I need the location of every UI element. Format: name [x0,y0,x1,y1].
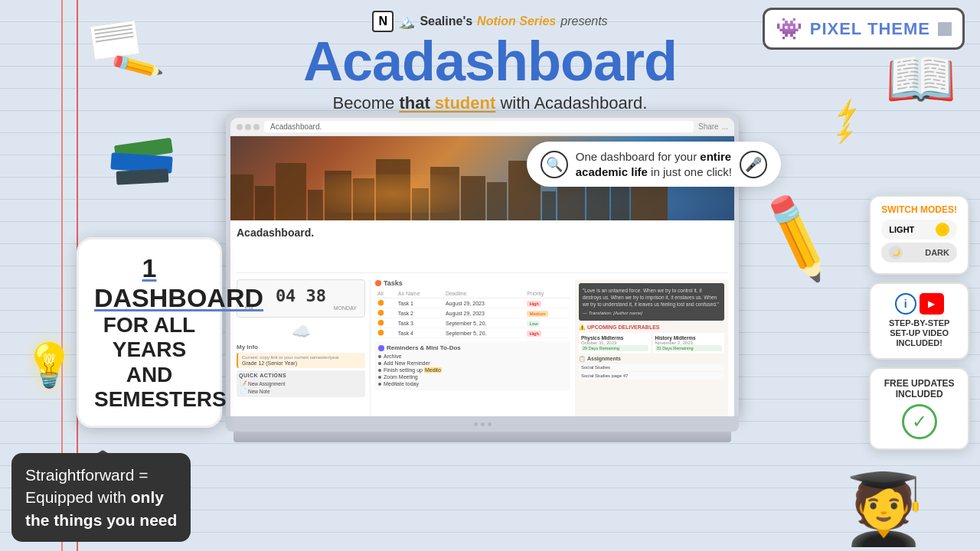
free-updates-title: FREE UPDATESINCLUDED [880,378,959,400]
quick-actions-header: QUICK ACTIONS [239,373,363,378]
youtube-icon[interactable]: ▶ [920,293,944,315]
free-updates-badge: FREE UPDATESINCLUDED ✓ [869,367,969,451]
bullet-icon [378,383,381,386]
setup-title: STEP-BY-STEPSET-UP VIDEOINCLUDED! [880,318,959,349]
assignment-1: Social Studies [579,364,724,371]
quote-text: "Love is an untamed force. When we try t… [583,287,720,308]
straightforward-line2: Equipped with only [25,488,164,506]
task-table: All As Name Deadline Priority 🟠 Task 1 [375,289,570,338]
notion-icon-letter: N [379,15,388,28]
presents-label: presents [560,15,607,28]
laptop-bottom [226,416,739,432]
bullet-icon [378,362,381,365]
badge-line2: FOR ALL [103,313,195,337]
reminders-label: Reminders & Mini To-Dos [387,344,461,351]
laptop-dot-1 [474,422,478,426]
tasks-header: Tasks [375,279,570,287]
straightforward-line1: Straightforward = [25,466,149,484]
tasks-dot [375,280,381,286]
badge-line4: SEMESTERS [94,387,227,411]
quote-box: "Love is an untamed force. When we try t… [579,283,724,321]
table-row: 🟠 Task 2 August 29, 2023 Medium [375,308,570,318]
brand-label: Sealine's [420,15,472,28]
dashboard-title: Acadashboard. [237,227,728,273]
assignments-header: 📋 Assignments [579,356,724,362]
search-text: One dashboard for your entireacademic li… [576,149,732,179]
switch-modes-badge[interactable]: SWITCH MODES! LIGHT ☀️ 🌙 DARK [869,195,969,275]
dark-mode-toggle[interactable]: 🌙 DARK [881,243,957,262]
grade-label: Grade 12 (Senior Year) [242,360,361,366]
reminder-medito: Finish setting up Medito [378,367,567,373]
light-toggle-dot: ☀️ [936,223,949,236]
notion-icon: N [372,11,394,32]
table-row: 🟠 Task 1 August 29, 2023 High [375,298,570,308]
subtitle-after: with Acadashboard. [495,93,647,112]
sunglasses-character: 🧑‍🎓 [841,474,926,543]
right-badges-panel: SWITCH MODES! LIGHT ☀️ 🌙 DARK i ▶ STEP-B… [869,195,969,450]
col-name: As Name [396,289,443,298]
info-icon: i [895,293,916,315]
reminder-add: Add New Reminder [378,360,567,367]
quick-action-1: 📝New Assignment [239,380,363,387]
subtitle-that: that [399,93,430,112]
table-row: 🟠 Task 3 September 5, 20. Low [375,318,570,328]
browser-dot-2 [245,124,251,130]
setup-video-badge[interactable]: i ▶ STEP-BY-STEPSET-UP VIDEOINCLUDED! [869,282,969,360]
dashboard-badge: 1 DASHBOARD FOR ALL YEARS AND SEMESTERS [77,237,222,428]
upcoming-item-1: Physics Midterms October 31, 2023 29 Day… [579,333,651,354]
laptop-dot-2 [481,422,485,426]
subtitle-before: Become [333,93,400,112]
tasks-label: Tasks [384,279,403,287]
pencil-right-decoration: ✏️ [746,187,849,287]
pixel-theme-label: PIXEL THEME [810,19,930,39]
upcoming-section: ⚠️ UPCOMING DELIVERABLES Physics Midterm… [579,324,724,354]
laptop-dots [474,422,492,426]
upcoming-item-2: History Midterms November 2, 2023 31 Day… [653,333,725,354]
reminders-dot [378,345,384,351]
clock-day: MONDAY [334,305,357,311]
straightforward-line3: the things you need [25,511,177,529]
pixel-monster-icon: 👾 [776,16,802,41]
pixel-square [938,22,952,36]
col-priority: Priority [524,289,570,298]
pixel-theme-badge[interactable]: 👾 PIXEL THEME [763,8,965,50]
lightning-decoration: ⚡ ⚡ [833,99,861,144]
search-icon: 🔍 [541,151,568,178]
my-info-section: My Info Current: copy link to your curre… [237,344,365,368]
main-content: N 🏔️ Sealine's Notion Series presents Ac… [0,0,980,551]
my-info-header: My Info [237,344,365,350]
browser-dots [237,124,260,130]
bullet-icon [378,376,381,379]
bullet-icon [378,369,381,372]
reminder-archive: Archive [378,353,567,360]
dark-toggle-dot: 🌙 [889,246,903,259]
straightforward-text: Straightforward = Equipped with only the… [25,464,177,531]
right-panel: "Love is an untamed force. When we try t… [575,279,728,416]
laptop-base [234,432,731,442]
upcoming-header-label: UPCOMING DELIVERABLES [587,324,660,330]
current-info: Current: copy link to your current semes… [237,353,365,368]
current-label: Current: copy link to your current semes… [242,355,361,360]
quick-actions: QUICK ACTIONS 📝New Assignment 📄New Note [237,370,365,397]
col-all: All [375,289,396,298]
assignment-2: Social Studies page 47 [579,372,724,380]
reminder-meditate: Meditate today [378,380,567,387]
assignments-label: Assignments [587,356,621,361]
col-deadline: Deadline [443,289,525,298]
setup-icons: i ▶ [880,293,959,315]
microphone-icon: 🎤 [740,151,767,178]
browser-url: Acadashboard. [264,121,694,132]
browser-actions: Share... [698,122,728,131]
laptop-dot-3 [488,422,492,426]
dashboard-badge-text: 1 DASHBOARD FOR ALL YEARS AND SEMESTERS [94,253,204,412]
quick-action-2: 📄New Note [239,387,363,395]
middle-panel: Tasks All As Name Deadline Priority [375,279,570,416]
light-mode-toggle[interactable]: LIGHT ☀️ [881,220,957,240]
table-row: 🟠 Task 4 September 5, 20. High [375,328,570,338]
cloud-icon: ☁️ [237,322,365,341]
search-bubble: 🔍 One dashboard for your entireacademic … [527,142,781,187]
notion-series-label: Notion Series [477,15,556,28]
reminder-zoom: Zoom Meeting [378,373,567,380]
browser-dot-3 [253,124,260,130]
browser-dot-1 [237,124,243,130]
